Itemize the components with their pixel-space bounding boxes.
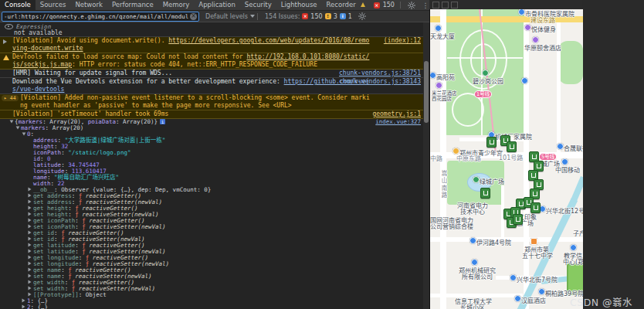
poi-green-icon[interactable] [473,176,480,183]
map-view[interactable]: 市骨科医院家属院建设东路悦体健身天龙大厦华原颐舍酒店高阳苑碧沙岗公园米兰花酒店西… [429,9,583,309]
poi-blue-icon[interactable] [429,72,436,79]
console-message: [Violation] Avoid using document.write()… [0,37,423,53]
map-marker[interactable] [486,137,497,148]
poi-purple-icon[interactable] [532,36,539,43]
live-expression-row[interactable]: Expression [0,22,423,29]
csdn-watermark: CSDN @嵡水_Protaos [570,294,644,309]
marker-logo-icon [532,154,537,159]
source-location-link[interactable]: geometry.js:1 [372,110,421,118]
scrollbar-thumb[interactable] [424,61,429,123]
map-label: 高阳苑 [436,73,455,81]
vue-formatter-badge-icon[interactable]: i [160,119,165,124]
map-marker[interactable] [530,202,541,213]
console-filter-input[interactable] [2,12,190,20]
map-label: 兴华北街7号院 [517,275,558,284]
river [571,176,583,202]
console-message: [HMR] Waiting for update signal from WDS… [0,70,423,78]
repeat-count-badge[interactable]: ▸ 44 [2,95,19,101]
settings-gear-icon[interactable] [406,1,417,10]
tab-sources[interactable]: Sources [36,0,71,10]
poi-blue-icon[interactable] [510,274,517,281]
map-marker[interactable] [480,188,490,199]
tree-expand-arrow[interactable] [28,273,33,280]
recorder-warning-icon [361,2,365,7]
tab-recorder[interactable]: Recorder [322,0,361,10]
expand-arrow-icon[interactable] [3,39,7,46]
tree-expand-arrow[interactable] [28,267,33,273]
tree-expand-arrow[interactable] [28,187,33,193]
poi-orange-icon[interactable] [530,238,537,245]
tree-expand-arrow[interactable] [28,224,33,230]
message-text: [Violation] Avoid using document.write()… [12,37,369,52]
tree-expand-arrow[interactable] [28,286,33,292]
map-marker[interactable] [513,214,523,225]
map-label: 绿城广场 [480,177,504,185]
console-message: DevTools failed to load source map: Coul… [0,53,423,70]
tab-console[interactable]: Console [0,0,36,10]
tree-expand-arrow[interactable] [15,125,21,131]
poi-blue-icon[interactable] [561,158,568,165]
tree-expand-arrow[interactable] [28,230,33,236]
poi-purple-icon[interactable] [436,82,442,89]
map-label: 子产祠 [573,229,583,237]
poi-blue-icon[interactable] [557,143,564,150]
poi-green-icon[interactable] [482,70,489,76]
chevron-down-icon [250,15,255,18]
map-label: 中国移动 [555,165,580,174]
message-text-part: DevTools failed to load source map: Coul… [12,53,246,60]
poi-blue-icon[interactable] [471,259,478,266]
tree-expand-arrow[interactable] [22,304,27,309]
tab-performance[interactable]: Performance [107,0,158,10]
message-text: DevTools failed to load source map: Coul… [12,53,369,68]
poi-blue-icon[interactable] [435,25,442,32]
tree-expand-arrow[interactable] [28,218,33,224]
tree-expand-arrow[interactable] [28,205,33,212]
poi-blue-icon[interactable] [521,77,528,84]
tree-expand-arrow[interactable] [28,199,33,205]
tab-network[interactable]: Network [70,0,107,10]
marker-logo-icon [537,182,541,187]
tree-expand-arrow[interactable] [28,243,33,249]
poi-purple-icon[interactable] [524,24,531,31]
console-scrollbar[interactable] [423,22,429,309]
poi-blue-icon[interactable] [538,288,545,295]
poi-blue-icon[interactable] [469,237,476,244]
source-location-link[interactable]: (index):12 [384,37,421,45]
tree-token: "/static/logo.png" [68,149,130,156]
source-location-link[interactable]: chunk-vendors.js:38751 [339,70,421,77]
tree-token: : [31,304,38,309]
poi-blue-icon[interactable] [514,295,521,302]
tree-token: : Array(20)} [116,118,158,125]
error-counter-icon[interactable]: × [374,2,380,8]
tab-application[interactable]: Application [194,0,240,10]
source-location-link[interactable]: index.vue:327 [375,119,421,125]
message-text: [Violation] 'setTimeout' handler took 69… [12,110,168,117]
divider [257,13,258,20]
console-settings-gear-icon[interactable] [357,12,368,21]
log-levels-dropdown[interactable]: Default levels [205,13,255,20]
map-marker[interactable] [507,141,517,152]
tree-row: 1: {…} [0,298,423,304]
divider [400,2,401,8]
tree-token: {…} [38,304,49,309]
tree-token: poiaData [88,118,116,125]
tree-expand-arrow[interactable] [22,131,27,138]
source-location-link[interactable]: chunk-vendors.js:38143 [339,78,421,86]
tree-expand-arrow[interactable] [22,298,27,304]
tree-expand-arrow[interactable] [28,236,33,243]
tree-expand-arrow[interactable] [28,255,33,261]
metro-line-badge: 1号线 [474,90,492,98]
tab-lighthouse[interactable]: Lighthouse [276,0,322,10]
tab-memory[interactable]: Memory [158,0,195,10]
poi-blue-icon[interactable] [570,244,577,251]
tree-expand-arrow[interactable] [28,193,33,199]
tree-expand-arrow[interactable] [28,249,33,255]
tab-security[interactable]: Security [240,0,276,10]
clear-filter-icon[interactable]: × [190,13,197,20]
tree-token: "大学路街道|绿城广场对面|上街一栋" [65,137,166,144]
issues-counter[interactable]: 154 Issues: × 150 ! 3 i 1 [265,13,352,20]
tree-expand-arrow[interactable] [28,261,33,267]
tree-expand-arrow[interactable] [28,212,33,218]
tree-expand-arrow[interactable] [28,280,33,286]
tree-expand-arrow[interactable] [9,119,15,125]
